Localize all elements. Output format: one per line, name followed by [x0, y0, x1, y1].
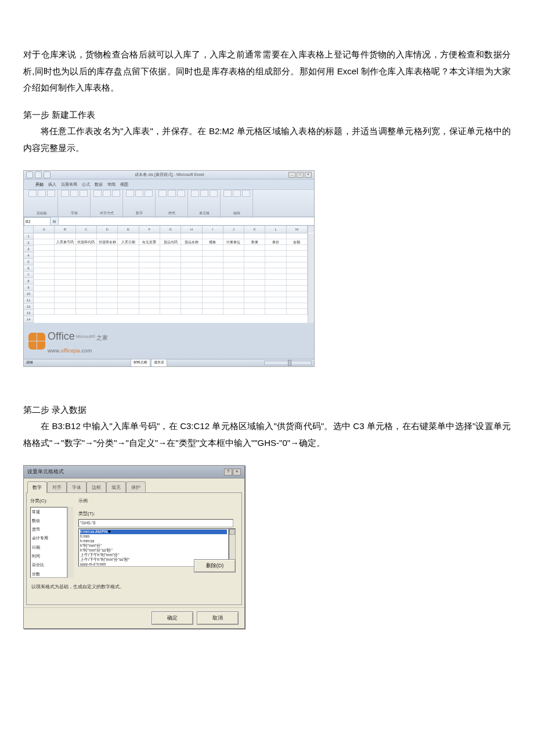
minimize-button[interactable]: _ — [288, 172, 295, 178]
type-list-item[interactable]: h:mm:ss — [80, 539, 227, 543]
sheet-tab[interactable]: 成本表 — [151, 359, 167, 366]
cell[interactable] — [55, 280, 75, 286]
cell[interactable] — [76, 291, 97, 297]
cell[interactable] — [203, 245, 223, 251]
cell[interactable] — [160, 233, 181, 239]
select-all-corner[interactable] — [24, 226, 34, 233]
cell[interactable] — [55, 245, 75, 251]
cell[interactable] — [160, 262, 181, 268]
category-scrollbar[interactable] — [67, 507, 74, 578]
cell[interactable] — [76, 280, 97, 286]
cell[interactable] — [34, 291, 55, 297]
cell[interactable] — [97, 274, 118, 280]
category-item[interactable]: 货币 — [31, 525, 67, 534]
column-header[interactable]: L — [265, 226, 286, 233]
cell[interactable] — [97, 268, 118, 274]
cell[interactable] — [223, 280, 244, 286]
column-header[interactable]: C — [76, 226, 97, 233]
cell[interactable] — [160, 297, 181, 303]
cell[interactable] — [139, 303, 160, 309]
cell[interactable] — [118, 245, 139, 251]
cell[interactable] — [139, 297, 160, 303]
ribbon-tab[interactable]: 视图 — [120, 181, 128, 188]
cell[interactable] — [97, 297, 118, 303]
column-header[interactable]: E — [118, 226, 139, 233]
cell[interactable] — [97, 251, 118, 257]
ribbon-tab[interactable]: 插入 — [48, 181, 56, 188]
cell[interactable] — [181, 257, 202, 262]
cell[interactable]: 货品代码 — [160, 239, 181, 245]
cell[interactable] — [160, 257, 181, 262]
dialog-close-button[interactable]: × — [233, 469, 241, 476]
cell[interactable] — [118, 297, 139, 303]
cell[interactable] — [139, 291, 160, 297]
cell[interactable] — [244, 297, 265, 303]
cell[interactable] — [287, 245, 308, 251]
cell[interactable] — [287, 286, 308, 291]
cell[interactable] — [287, 309, 308, 315]
cell[interactable] — [244, 303, 265, 309]
cell[interactable] — [181, 262, 202, 268]
row-header[interactable]: 10 — [24, 291, 34, 297]
cell[interactable] — [118, 303, 139, 309]
cell[interactable] — [244, 309, 265, 315]
cell[interactable] — [139, 280, 160, 286]
cell[interactable] — [160, 268, 181, 274]
cell[interactable] — [181, 280, 202, 286]
cell[interactable] — [265, 245, 286, 251]
ribbon-button[interactable] — [242, 190, 250, 197]
cell[interactable] — [76, 251, 97, 257]
cell[interactable] — [203, 262, 223, 268]
ribbon-button[interactable] — [168, 190, 176, 197]
cell[interactable] — [139, 262, 160, 268]
row-header[interactable]: 6 — [24, 265, 34, 272]
undo-icon[interactable] — [44, 171, 50, 178]
ribbon-tab[interactable]: 页面布局 — [61, 181, 77, 188]
cell[interactable]: 入库日期 — [118, 239, 139, 245]
cell[interactable] — [181, 297, 202, 303]
column-header[interactable]: H — [181, 226, 202, 233]
row-header[interactable]: 14 — [24, 316, 34, 323]
ribbon-button[interactable] — [191, 190, 199, 197]
office-button[interactable] — [26, 171, 33, 178]
cell[interactable] — [244, 257, 265, 262]
cell[interactable] — [97, 233, 118, 239]
cell[interactable]: 供货商名称 — [97, 239, 118, 245]
cell[interactable] — [287, 262, 308, 268]
cell[interactable] — [244, 262, 265, 268]
ribbon-button[interactable] — [200, 190, 208, 197]
ribbon-button[interactable] — [223, 190, 232, 197]
cell[interactable] — [244, 268, 265, 274]
cell[interactable] — [265, 291, 286, 297]
category-list[interactable]: 常规数值货币会计专用日期时间百分比分数科学记数文本特殊自定义 — [30, 507, 67, 578]
ribbon-tab[interactable]: 审阅 — [107, 181, 116, 188]
cell[interactable] — [55, 286, 75, 291]
cell[interactable] — [160, 280, 181, 286]
cell[interactable] — [34, 262, 55, 268]
cell[interactable] — [203, 233, 223, 239]
cell[interactable]: 有无发票 — [139, 239, 160, 245]
column-header[interactable]: F — [139, 226, 160, 233]
category-item[interactable]: 日期 — [31, 543, 67, 552]
cell[interactable] — [265, 257, 286, 262]
cell[interactable] — [97, 245, 118, 251]
cell[interactable] — [244, 286, 265, 291]
ribbon-button[interactable] — [158, 190, 167, 197]
cell[interactable] — [287, 251, 308, 257]
sheet-tab[interactable]: 材料总帐 — [131, 359, 150, 366]
cell[interactable] — [118, 280, 139, 286]
cell[interactable] — [203, 268, 223, 274]
cell[interactable] — [265, 297, 286, 303]
ribbon-button[interactable] — [112, 190, 120, 197]
cell[interactable] — [55, 233, 75, 239]
cell[interactable] — [118, 291, 139, 297]
delete-button[interactable]: 删除(D) — [194, 559, 236, 573]
cell[interactable] — [118, 268, 139, 274]
row-header[interactable]: 5 — [24, 259, 34, 265]
column-header[interactable]: J — [223, 226, 244, 233]
cell[interactable] — [287, 297, 308, 303]
cell[interactable] — [287, 233, 308, 239]
category-item[interactable]: 数值 — [31, 516, 67, 525]
cell[interactable] — [160, 303, 181, 309]
cell[interactable] — [287, 274, 308, 280]
